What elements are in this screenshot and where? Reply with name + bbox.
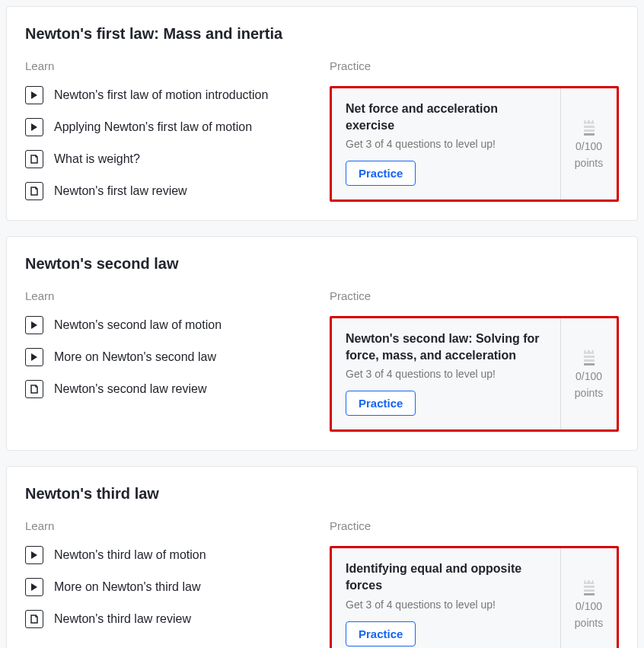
practice-points: 0/100 points xyxy=(560,318,617,429)
video-icon xyxy=(25,546,43,564)
practice-header: Practice xyxy=(330,59,619,72)
unit-title: Newton's second law xyxy=(25,255,619,273)
learn-column: Learn Newton's third law of motion More … xyxy=(25,519,314,648)
practice-header: Practice xyxy=(330,519,619,532)
learn-header: Learn xyxy=(25,289,314,302)
practice-points: 0/100 points xyxy=(560,548,617,648)
video-icon xyxy=(25,348,43,366)
practice-subtitle: Get 3 of 4 questions to level up! xyxy=(346,599,547,611)
learn-header: Learn xyxy=(25,59,314,72)
article-icon xyxy=(25,610,43,628)
learn-item[interactable]: Newton's first law review xyxy=(25,182,314,200)
practice-header: Practice xyxy=(330,289,619,302)
video-icon xyxy=(25,578,43,596)
mastery-crown-icon xyxy=(584,350,595,365)
video-icon xyxy=(25,316,43,334)
learn-item[interactable]: Newton's second law of motion xyxy=(25,316,314,334)
practice-main: Net force and acceleration exercise Get … xyxy=(332,88,560,200)
practice-button[interactable]: Practice xyxy=(346,161,416,186)
practice-points: 0/100 points xyxy=(560,88,617,200)
learn-item[interactable]: More on Newton's third law xyxy=(25,578,314,596)
learn-item-label: Newton's third law of motion xyxy=(54,548,206,562)
learn-item[interactable]: Newton's third law of motion xyxy=(25,546,314,564)
unit-columns: Learn Newton's third law of motion More … xyxy=(25,519,619,648)
learn-item-label: What is weight? xyxy=(54,152,140,166)
unit-columns: Learn Newton's second law of motion More… xyxy=(25,289,619,432)
practice-main: Newton's second law: Solving for force, … xyxy=(332,318,560,429)
svg-marker-1 xyxy=(31,123,37,131)
svg-marker-5 xyxy=(31,583,37,591)
points-label: points xyxy=(575,387,603,399)
learn-item-label: Newton's first law of motion introductio… xyxy=(54,88,268,102)
points-score: 0/100 xyxy=(575,600,602,612)
article-icon xyxy=(25,380,43,398)
learn-item-label: More on Newton's third law xyxy=(54,580,200,594)
article-icon xyxy=(25,182,43,200)
points-label: points xyxy=(575,617,603,629)
learn-item-label: Newton's third law review xyxy=(54,612,191,626)
mastery-crown-icon xyxy=(584,120,595,136)
points-score: 0/100 xyxy=(575,140,602,152)
practice-title: Newton's second law: Solving for force, … xyxy=(346,330,547,363)
points-label: points xyxy=(575,157,603,169)
learn-item[interactable]: More on Newton's second law xyxy=(25,348,314,366)
practice-column: Practice Identifying equal and opposite … xyxy=(330,519,619,648)
practice-button[interactable]: Practice xyxy=(346,621,416,646)
learn-item-label: Newton's second law review xyxy=(54,382,206,396)
unit-columns: Learn Newton's first law of motion intro… xyxy=(25,59,619,202)
learn-column: Learn Newton's first law of motion intro… xyxy=(25,59,314,202)
learn-column: Learn Newton's second law of motion More… xyxy=(25,289,314,432)
practice-title: Identifying equal and opposite forces xyxy=(346,560,547,593)
learn-item-label: Applying Newton's first law of motion xyxy=(54,120,252,134)
video-icon xyxy=(25,86,43,104)
video-icon xyxy=(25,118,43,136)
learn-header: Learn xyxy=(25,519,314,532)
learn-item[interactable]: Newton's second law review xyxy=(25,380,314,398)
practice-column: Practice Newton's second law: Solving fo… xyxy=(330,289,619,432)
svg-marker-2 xyxy=(31,321,37,329)
svg-marker-0 xyxy=(31,91,37,99)
practice-column: Practice Net force and acceleration exer… xyxy=(330,59,619,202)
unit-card: Newton's first law: Mass and inertia Lea… xyxy=(6,6,638,221)
practice-button[interactable]: Practice xyxy=(346,391,416,416)
practice-card: Newton's second law: Solving for force, … xyxy=(330,316,619,432)
learn-item-label: Newton's second law of motion xyxy=(54,318,222,332)
learn-item-label: Newton's first law review xyxy=(54,184,187,198)
practice-title: Net force and acceleration exercise xyxy=(346,101,547,133)
unit-card: Newton's second law Learn Newton's secon… xyxy=(6,236,638,451)
mastery-crown-icon xyxy=(584,579,595,595)
unit-card: Newton's third law Learn Newton's third … xyxy=(6,466,638,648)
learn-item[interactable]: Newton's first law of motion introductio… xyxy=(25,86,314,104)
unit-title: Newton's first law: Mass and inertia xyxy=(25,25,619,43)
learn-item[interactable]: What is weight? xyxy=(25,150,314,168)
points-score: 0/100 xyxy=(575,370,602,382)
practice-card: Net force and acceleration exercise Get … xyxy=(330,86,619,202)
unit-title: Newton's third law xyxy=(25,485,619,503)
practice-main: Identifying equal and opposite forces Ge… xyxy=(332,548,560,648)
svg-marker-3 xyxy=(31,353,37,361)
article-icon xyxy=(25,150,43,168)
practice-subtitle: Get 3 of 4 questions to level up! xyxy=(346,368,547,380)
svg-marker-4 xyxy=(31,551,37,559)
practice-card: Identifying equal and opposite forces Ge… xyxy=(330,546,619,648)
practice-subtitle: Get 3 of 4 questions to level up! xyxy=(346,138,547,150)
learn-item[interactable]: Applying Newton's first law of motion xyxy=(25,118,314,136)
learn-item-label: More on Newton's second law xyxy=(54,350,216,364)
learn-item[interactable]: Newton's third law review xyxy=(25,610,314,628)
